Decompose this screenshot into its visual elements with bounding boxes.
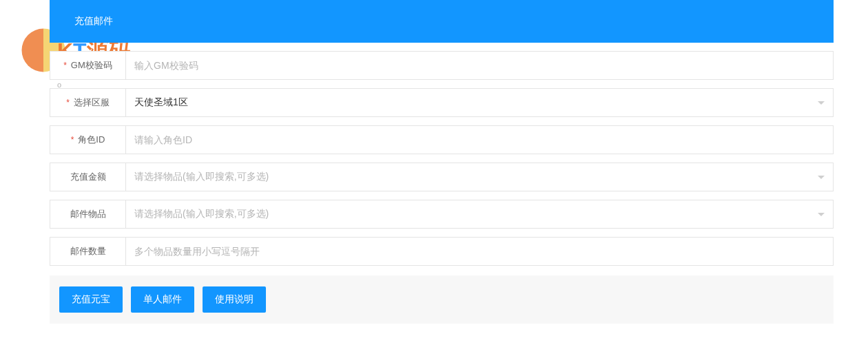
- label-text-recharge-amount: 充值金额: [70, 171, 106, 183]
- label-recharge-amount: 充值金额: [50, 163, 126, 191]
- label-text-role-id: 角色ID: [78, 134, 105, 146]
- required-mark: *: [71, 135, 74, 145]
- row-gm-code: * GM校验码: [50, 51, 834, 80]
- instructions-button[interactable]: 使用说明: [203, 286, 266, 313]
- input-role-id[interactable]: [134, 134, 825, 145]
- label-role-id: * 角色ID: [50, 126, 126, 154]
- select-server-value: 天使圣域1区: [134, 96, 812, 109]
- panel-title: 充值邮件: [74, 15, 113, 28]
- select-mail-items[interactable]: 请选择物品(输入即搜索,可多选): [126, 200, 833, 228]
- row-recharge-amount: 充值金额 请选择物品(输入即搜索,可多选): [50, 163, 834, 191]
- select-recharge-placeholder: 请选择物品(输入即搜索,可多选): [134, 171, 812, 183]
- chevron-down-icon: [818, 213, 825, 216]
- recharge-button[interactable]: 充值元宝: [59, 286, 123, 313]
- form-area: * GM校验码 * 选择区服 天使圣域1区 * 角色ID: [50, 43, 834, 324]
- button-row: 充值元宝 单人邮件 使用说明: [50, 275, 834, 324]
- row-mail-items: 邮件物品 请选择物品(输入即搜索,可多选): [50, 200, 834, 229]
- panel-header: 充值邮件: [50, 0, 834, 43]
- required-mark: *: [66, 98, 70, 107]
- label-gm-code: * GM校验码: [50, 52, 126, 79]
- row-mail-count: 邮件数量: [50, 237, 834, 266]
- chevron-down-icon: [818, 101, 825, 105]
- chevron-down-icon: [818, 176, 825, 179]
- label-server: * 选择区服: [50, 89, 126, 116]
- select-recharge-amount[interactable]: 请选择物品(输入即搜索,可多选): [126, 163, 833, 191]
- label-text-gm-code: GM校验码: [71, 59, 112, 72]
- single-mail-button[interactable]: 单人邮件: [131, 286, 194, 313]
- row-server: * 选择区服 天使圣域1区: [50, 88, 834, 117]
- form-panel: 充值邮件 * GM校验码 * 选择区服 天使圣域1区 *: [50, 0, 834, 324]
- input-gm-code[interactable]: [134, 60, 825, 71]
- label-text-mail-count: 邮件数量: [70, 245, 106, 258]
- label-text-server: 选择区服: [74, 96, 110, 109]
- label-mail-items: 邮件物品: [50, 200, 126, 228]
- input-mail-count[interactable]: [134, 246, 825, 257]
- select-items-placeholder: 请选择物品(输入即搜索,可多选): [134, 208, 812, 220]
- row-role-id: * 角色ID: [50, 125, 834, 154]
- required-mark: *: [63, 61, 67, 70]
- label-mail-count: 邮件数量: [50, 238, 126, 265]
- select-server[interactable]: 天使圣域1区: [126, 89, 833, 116]
- label-text-mail-items: 邮件物品: [70, 208, 106, 220]
